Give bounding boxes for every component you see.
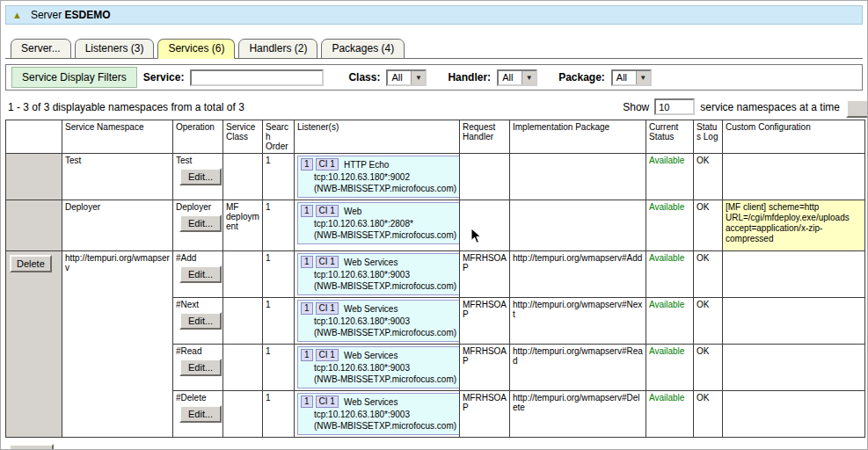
class-select[interactable]: All ▼ [386, 69, 427, 86]
listener-host: (NWB-MBISSETXP.microfocus.com) [314, 327, 456, 338]
package-select-value: All [613, 71, 636, 84]
listener-endpoint: tcp:10.120.63.180*:9002 [314, 171, 456, 183]
chevron-down-icon: ▼ [411, 71, 425, 84]
implementation-cell [510, 154, 646, 200]
listener-name: HTTP Echo [341, 159, 390, 171]
listener-host: (NWB-MBISSETXP.microfocus.com) [314, 229, 456, 241]
pagination-summary: 1 - 3 of 3 displayable namespaces from a… [8, 101, 244, 113]
implementation-cell: http://tempuri.org/wmapserv#Delete [510, 391, 646, 438]
listener-endpoint: tcp:10.120.63.180*:9003 [314, 409, 456, 420]
listener-box: 1 CI 1 Web Services tcp:10.120.63.180*:9… [297, 346, 460, 388]
listener-index-chip: 1 [301, 205, 313, 217]
current-status-cell: Available [646, 298, 694, 345]
request-handler-cell: MFRHSOAP [460, 251, 510, 298]
listener-index-chip: 1 [301, 158, 313, 171]
operation-label: #Add [176, 253, 220, 263]
server-header-bar: ▲ Server ESDEMO [5, 5, 863, 25]
tab-services[interactable]: Services (6) [157, 39, 235, 59]
edit-button[interactable]: Edit... [179, 405, 222, 423]
status-log-cell: OK [694, 391, 723, 438]
implementation-cell: http://tempuri.org/wmapserv#Next [510, 298, 646, 345]
listener-endpoint: tcp:10.120.63.180*:2808* [314, 218, 456, 229]
services-table: Service Namespace Operation Service Clas… [5, 120, 865, 438]
service-display-filters-bar: Service Display Filters Service: Class: … [5, 64, 863, 91]
operation-label: #Read [176, 346, 220, 356]
tab-packages[interactable]: Packages (4) [321, 39, 405, 59]
service-display-filters-label: Service Display Filters [11, 67, 137, 88]
chevron-down-icon: ▼ [522, 71, 536, 84]
delete-button[interactable]: Delete [10, 255, 52, 272]
listener-conn-chip: CI 1 [316, 256, 339, 268]
show-apply-button-partial[interactable] [846, 99, 868, 118]
listener-conn-chip: CI 1 [316, 158, 339, 171]
package-filter-label: Package: [558, 71, 605, 83]
tab-handlers[interactable]: Handlers (2) [238, 39, 317, 59]
listener-box: 1 CI 1 Web tcp:10.120.63.180*:2808* (NWB… [297, 202, 460, 244]
handler-select-value: All [499, 71, 522, 84]
listener-conn-chip: CI 1 [316, 302, 339, 315]
operation-cell: Test Edit... [173, 154, 223, 200]
listeners-cell: 1 CI 1 Web Services tcp:10.120.63.180*:9… [295, 345, 460, 391]
edit-button[interactable]: Edit... [179, 265, 222, 283]
edit-button[interactable]: Edit... [179, 359, 222, 376]
header-operation: Operation [173, 120, 223, 154]
show-count-input[interactable] [654, 98, 695, 115]
listener-conn-chip: CI 1 [316, 205, 339, 217]
status-log-cell: OK [694, 200, 723, 251]
listener-endpoint: tcp:10.120.63.180*:9003 [314, 362, 456, 374]
namespace-cell: Test [62, 154, 173, 200]
custom-config-cell [723, 345, 865, 391]
header-implementation-package: Implementation Package [510, 120, 646, 154]
listener-index-chip: 1 [301, 396, 313, 408]
operation-label: #Delete [176, 393, 220, 403]
show-label: Show [623, 101, 649, 113]
custom-config-cell [723, 251, 865, 298]
request-handler-cell: MFRHSOAP [460, 391, 510, 438]
header-request-handler: Request Handler [460, 120, 510, 154]
header-actions [6, 120, 62, 154]
listeners-cell: 1 CI 1 Web Services tcp:10.120.63.180*:9… [295, 391, 460, 438]
implementation-cell [510, 200, 646, 251]
header-current-status: Current Status [646, 120, 694, 154]
listener-box: 1 CI 1 HTTP Echo tcp:10.120.63.180*:9002… [297, 156, 460, 198]
edit-button[interactable]: Edit... [179, 168, 222, 185]
search-order-cell: 1 [263, 345, 295, 391]
service-class-cell [223, 251, 263, 298]
edit-button[interactable]: Edit... [179, 312, 222, 330]
es-admin-services-page: ▲ Server ESDEMO Server... Listeners (3) … [0, 0, 868, 450]
search-order-cell: 1 [263, 200, 295, 251]
status-log-cell: OK [694, 298, 723, 345]
operation-cell: #Read Edit... [173, 345, 223, 391]
listener-name: Web Services [341, 303, 398, 315]
add-button[interactable]: Add... [9, 444, 54, 450]
custom-config-cell [723, 391, 865, 438]
header-service-class: Service Class [223, 120, 263, 154]
listener-box: 1 CI 1 Web Services tcp:10.120.63.180*:9… [297, 393, 460, 435]
current-status-cell: Available [646, 345, 694, 391]
listener-name: Web Services [341, 396, 398, 408]
handler-select[interactable]: All ▼ [497, 69, 537, 86]
listener-box: 1 CI 1 Web Services tcp:10.120.63.180*:9… [297, 300, 460, 342]
actions-cell [6, 154, 62, 200]
service-filter-input[interactable] [190, 69, 324, 86]
collapse-triangle-icon[interactable]: ▲ [12, 11, 22, 20]
table-row: Deployer Deployer Edit... MF deployment … [6, 200, 865, 251]
service-class-cell: MF deployment [223, 200, 263, 251]
search-order-cell: 1 [263, 154, 295, 200]
edit-button[interactable]: Edit... [179, 214, 222, 232]
class-select-value: All [388, 71, 411, 84]
implementation-cell: http://tempuri.org/wmapserv#Add [510, 251, 646, 298]
operation-label: Deployer [176, 202, 220, 212]
header-custom-configuration: Custom Configuration [723, 120, 865, 154]
tab-server[interactable]: Server... [11, 39, 71, 59]
search-order-cell: 1 [263, 251, 295, 298]
show-count-controls: Show service namespaces at a time [623, 98, 840, 115]
current-status-cell: Available [646, 200, 694, 251]
show-suffix-label: service namespaces at a time [700, 101, 840, 113]
tab-listeners[interactable]: Listeners (3) [75, 39, 155, 59]
listener-endpoint: tcp:10.120.63.180*:9003 [314, 316, 456, 327]
custom-config-cell [723, 298, 865, 345]
current-status-cell: Available [646, 154, 694, 200]
package-select[interactable]: All ▼ [611, 69, 652, 86]
pagination-row: 1 - 3 of 3 displayable namespaces from a… [8, 98, 861, 115]
